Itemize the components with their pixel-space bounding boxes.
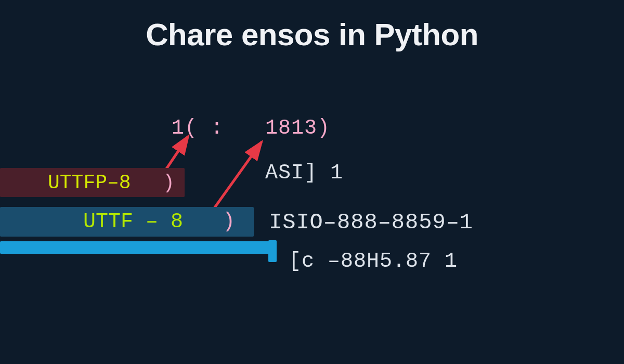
slide-title: Chare ensos in Python: [0, 17, 624, 53]
slide-container: Chare ensos in Python 1( : 1813) UTTFP–8…: [0, 0, 624, 364]
bar-uttfp8: UTTFP–8 ): [0, 168, 185, 197]
svg-line-1: [211, 142, 262, 213]
bar-uttf8-paren: ): [223, 210, 235, 233]
bar-uttfp8-text: UTTFP–8: [48, 172, 131, 194]
bar-bright-blue: [0, 241, 277, 254]
svg-line-0: [164, 136, 188, 173]
top-code-left: 1( :: [172, 116, 224, 140]
bar-uttf8: UTTF – 8 ): [0, 207, 254, 237]
bar-bright-blue-edge: [268, 240, 277, 262]
bar-uttfp8-paren: ): [163, 172, 175, 194]
bar-uttf8-text: UTTF – 8: [83, 210, 183, 233]
label-c88: [c –88H5.87 1: [289, 250, 458, 273]
label-isio: ISIO–888–8859–1: [269, 210, 473, 235]
top-code-right: 1813): [265, 116, 330, 140]
top-code-line: 1( : 1813): [172, 116, 330, 140]
label-asi: ASI] 1: [265, 161, 343, 185]
